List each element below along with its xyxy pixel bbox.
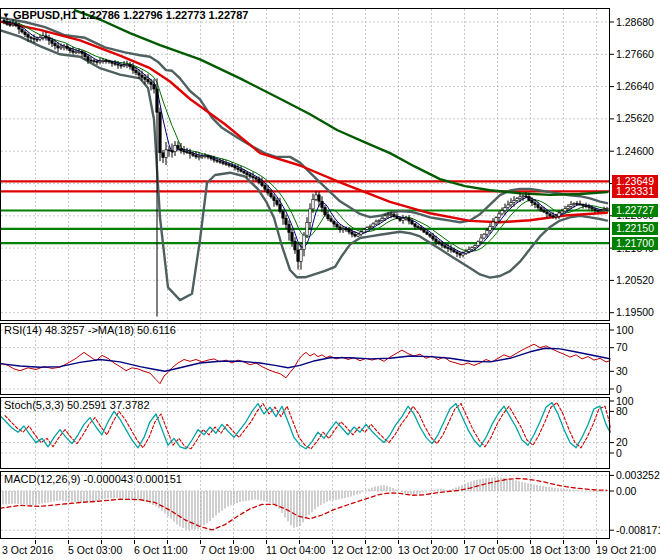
candle-body [504,208,506,211]
candle-body [186,152,188,153]
candle-body [201,156,203,157]
candle-body [486,230,488,234]
candle-body [87,57,89,60]
candle-body [264,185,266,189]
candle-body [468,249,470,251]
candle-body [438,242,440,244]
candle-body [339,227,341,230]
symbol-title-text: GBPUSD,H1 1.22786 1.22796 1.22773 1.2278… [13,9,248,21]
candle-body [153,85,155,90]
candle-body [336,224,338,227]
candle-body [249,175,251,177]
candle-body [261,182,263,185]
price-axis-label: 1.19500 [616,306,654,318]
candle-body [33,38,35,39]
candle-body [252,176,254,177]
candle-body [465,251,467,253]
price-axis-label: 1.28680 [616,16,654,28]
candle-body [195,155,197,157]
candle-body [540,208,542,211]
candle-body [24,32,26,35]
candle-body [117,64,119,65]
candle-body [444,246,446,248]
candle-body [450,249,452,250]
candle-body [558,213,560,216]
chart-title[interactable]: ▼GBPUSD,H1 1.22786 1.22796 1.22773 1.227… [2,9,248,21]
candle-body [537,205,539,208]
candle-body [279,204,281,211]
price-level-badge-green[interactable]: 1.22150 [612,222,658,235]
price-axis[interactable]: 1.286801.276601.266401.256201.246001.235… [611,0,660,541]
candle-body [324,208,326,215]
candle-body [375,222,377,224]
candle-body [27,35,29,38]
candle-body [168,150,170,151]
candle-body [258,179,260,182]
time-axis-label: 12 Oct 12:00 [332,544,392,556]
price-level-badge-red[interactable]: 1.23331 [612,185,658,198]
candle-body [477,242,479,246]
candle-body [408,218,410,221]
candle-body [99,61,101,62]
candle-body [330,219,332,222]
candle-body [573,204,575,205]
candle-body [93,61,95,62]
macd-histogram [3,477,606,530]
price-level-badge-green[interactable]: 1.22727 [612,204,658,217]
candle-body [72,51,74,52]
candle-body [75,52,77,53]
candle-body [459,254,461,256]
candle-body [276,201,278,205]
symbol-dropdown-icon[interactable]: ▼ [2,11,10,20]
price-level-badge-green[interactable]: 1.21700 [612,237,658,250]
candle-body [21,29,23,32]
candle-body [366,228,368,230]
candle-body [207,156,209,158]
rsi-axis-label: 30 [616,365,628,377]
candle-body [312,199,314,209]
candle-body [309,209,311,223]
candle-body [354,234,356,236]
candle-body [282,211,284,218]
time-axis[interactable]: 3 Oct 20165 Oct 03:006 Oct 11:007 Oct 19… [0,541,660,560]
candle-body [411,221,413,224]
candle-body [246,173,248,175]
candle-body [114,63,116,64]
candle-body [135,70,137,73]
candle-body [378,221,380,222]
candle-body [18,26,20,29]
candle-body [396,217,398,219]
candle-body [306,223,308,236]
candle-body [381,219,383,221]
candle-body [531,200,533,203]
candle-body [54,44,56,46]
rsi-axis-label: 0 [616,383,622,395]
candle-body [588,207,590,208]
candle-body [471,248,473,250]
candle-body [390,215,392,216]
slow-green-ma-line [75,10,607,195]
candle-body [513,201,515,203]
candle-body [315,195,317,199]
candle-body [549,214,551,216]
candle-body [492,222,494,227]
candle-body [63,46,65,47]
candle-body [321,201,323,207]
candle-body [363,229,365,232]
candle-body [420,228,422,230]
candle-body [120,65,122,66]
candle-body [6,22,8,24]
candle-body [555,216,557,217]
candle-body [582,205,584,206]
candle-body [51,40,53,43]
candle-body [81,51,83,53]
candle-body [507,205,509,208]
candle-body [159,112,161,153]
candle-body [39,38,41,40]
time-axis-label: 3 Oct 2016 [2,544,53,556]
candle-body [483,234,485,238]
candle-body [552,216,554,217]
candle-body [147,80,149,82]
candle-body [384,216,386,219]
main-price-pane[interactable] [0,9,610,320]
